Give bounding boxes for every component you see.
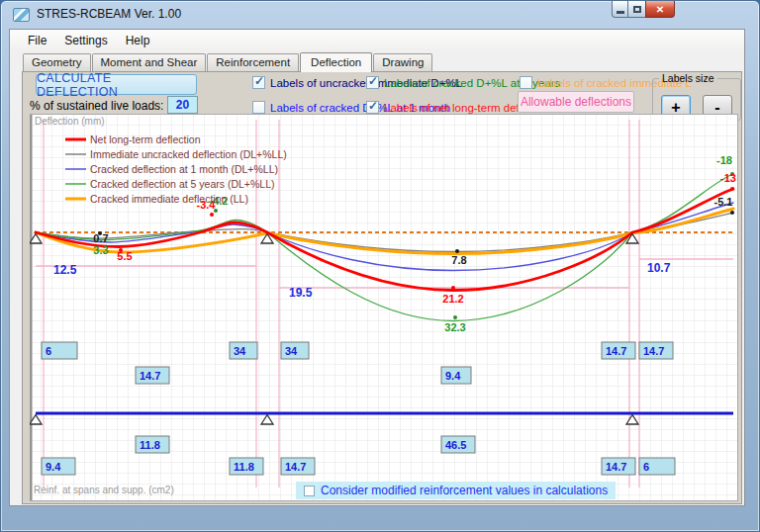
menu-settings[interactable]: Settings bbox=[56, 32, 115, 49]
app-window: STRES-RCBEAM Ver. 1.00 ✕ File Settings H… bbox=[0, 0, 760, 532]
close-icon: ✕ bbox=[656, 4, 664, 15]
curve-point-marker bbox=[455, 249, 459, 253]
chart-value-label: -5.1 bbox=[714, 196, 733, 208]
tab-reinforcement[interactable]: Reinforcement bbox=[207, 53, 299, 71]
allowable-deflection-label: 10.7 bbox=[647, 261, 671, 275]
sustained-live-loads-input[interactable] bbox=[167, 96, 198, 114]
curve-point-marker bbox=[210, 213, 214, 217]
reinforcement-value: 11.8 bbox=[234, 461, 254, 473]
reinforcement-value: 9.4 bbox=[445, 370, 461, 382]
legend-label: Immediate uncracked deflection (DL+%LL) bbox=[90, 148, 287, 160]
menu-bar: File Settings Help bbox=[10, 30, 744, 51]
tab-drawing[interactable]: Drawing bbox=[373, 53, 432, 71]
curve-point-marker bbox=[451, 286, 455, 290]
tab-deflection[interactable]: Deflection bbox=[300, 52, 372, 72]
legend-label: Cracked immediate deflection (LL) bbox=[90, 193, 248, 205]
reinforcement-value: 14.7 bbox=[606, 345, 626, 357]
chart-value-label: 5.5 bbox=[117, 250, 132, 262]
checkbox-icon bbox=[366, 101, 379, 114]
reinforcement-value: 46.5 bbox=[445, 439, 466, 451]
checkbox-icon bbox=[304, 486, 315, 496]
chart-value-label: -13 bbox=[720, 172, 736, 184]
labels-size-title: Labels size bbox=[659, 72, 717, 84]
modify-reinforcement-label: Consider modified reinforcement values i… bbox=[321, 484, 608, 497]
checkbox-icon bbox=[520, 76, 532, 89]
minimize-button[interactable] bbox=[612, 1, 628, 18]
allowable-deflection-label: 12.5 bbox=[53, 263, 77, 277]
chart-value-label: 3.3 bbox=[93, 244, 108, 256]
chart-value-label: -18 bbox=[716, 154, 732, 166]
bottom-caption: Reinf. at spans and supp. (cm2) bbox=[34, 485, 174, 495]
legend-label: Cracked deflection at 1 month (DL+%LL) bbox=[90, 163, 278, 175]
curve-point-marker bbox=[730, 211, 734, 215]
modify-reinforcement-checkbox[interactable]: Consider modified reinforcement values i… bbox=[296, 482, 616, 499]
y-axis-caption: Deflection (mm) bbox=[35, 116, 105, 127]
reinforcement-value: 6 bbox=[46, 345, 51, 357]
curve-point-marker bbox=[453, 315, 457, 319]
client-area: File Settings Help Geometry Moment and S… bbox=[9, 29, 745, 506]
reinforcement-value: 9.4 bbox=[46, 461, 61, 473]
deflection-chart: 12.519.510.70.73.35.5-3.4-4.27.821.232.3… bbox=[30, 114, 738, 501]
tab-geometry[interactable]: Geometry bbox=[23, 53, 91, 71]
chart-value-label: 32.3 bbox=[444, 321, 465, 333]
reinforcement-value: 14.7 bbox=[285, 461, 306, 473]
reinforcement-value: 14.7 bbox=[643, 345, 664, 357]
maximize-button[interactable] bbox=[628, 1, 645, 18]
chart-value-label: 7.8 bbox=[451, 254, 466, 266]
reinforcement-value: 34 bbox=[285, 345, 298, 357]
tab-strip: Geometry Moment and Shear Reinforcement … bbox=[10, 51, 744, 71]
checkbox-icon bbox=[366, 76, 379, 89]
reinforcement-value: 14.7 bbox=[606, 461, 626, 473]
checkbox-icon bbox=[252, 76, 265, 89]
legend-label: Net long-term deflection bbox=[90, 133, 201, 145]
reinforcement-value: 6 bbox=[643, 461, 649, 473]
reinforcement-value: 11.8 bbox=[140, 439, 160, 451]
close-button[interactable]: ✕ bbox=[645, 1, 675, 18]
window-title: STRES-RCBEAM Ver. 1.00 bbox=[37, 7, 181, 21]
allowable-deflections-button[interactable]: Allowable deflections bbox=[518, 91, 634, 113]
minimize-icon bbox=[617, 11, 624, 14]
checkbox-icon bbox=[252, 101, 265, 114]
deflection-tab-panel: CALCULATE DEFLECTION % of sustained live… bbox=[22, 71, 742, 504]
allowable-deflection-label: 19.5 bbox=[289, 286, 313, 300]
app-icon bbox=[13, 8, 30, 22]
calculate-deflection-button[interactable]: CALCULATE DEFLECTION bbox=[36, 74, 197, 95]
reinforcement-value: 34 bbox=[234, 345, 246, 357]
curve-point-marker bbox=[730, 187, 734, 191]
legend-label: Cracked deflection at 5 years (DL+%LL) bbox=[90, 178, 274, 190]
maximize-icon bbox=[633, 6, 641, 13]
window-controls: ✕ bbox=[612, 1, 675, 19]
menu-file[interactable]: File bbox=[20, 32, 54, 49]
chart-value-label: 0.7 bbox=[93, 232, 108, 244]
sustained-live-loads-label: % of sustained live loads: bbox=[30, 99, 163, 113]
titlebar: STRES-RCBEAM Ver. 1.00 ✕ bbox=[1, 1, 759, 29]
reinforcement-value: 14.7 bbox=[140, 370, 160, 382]
chart-value-label: 21.2 bbox=[442, 293, 463, 305]
menu-help[interactable]: Help bbox=[118, 32, 158, 49]
tab-moment-and-shear[interactable]: Moment and Shear bbox=[92, 53, 207, 71]
